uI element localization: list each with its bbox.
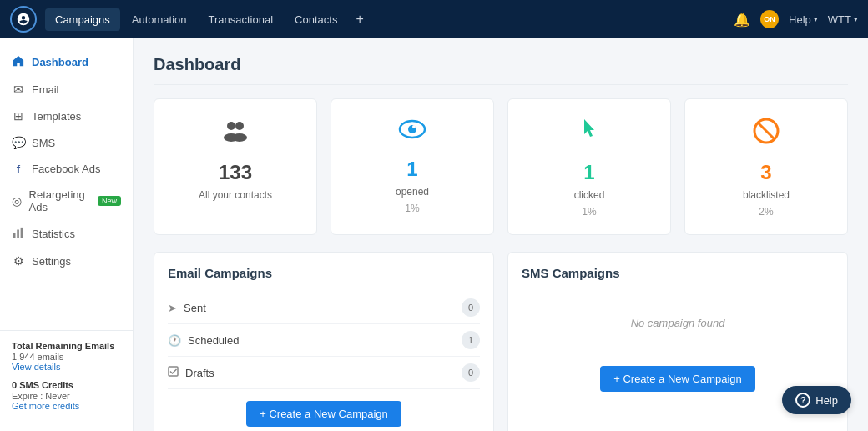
stat-card-contacts: 133 All your contacts — [154, 98, 317, 235]
scheduled-icon: 🕐 — [168, 334, 181, 347]
scheduled-count: 1 — [462, 331, 480, 349]
help-circle-icon: ? — [795, 393, 810, 408]
nav-campaigns[interactable]: Campaigns — [45, 8, 120, 31]
contacts-icon — [220, 116, 250, 153]
remaining-emails-value: 1,944 emails — [12, 352, 121, 362]
drafts-count: 0 — [462, 363, 480, 382]
drafts-label: Drafts — [185, 367, 455, 379]
opened-count: 1 — [406, 158, 417, 181]
help-float-button[interactable]: ? Help — [782, 386, 851, 414]
stat-card-opened: 1 opened 1% — [331, 98, 494, 235]
top-nav-right: 🔔 ON Help ▾ WTT ▾ — [734, 10, 858, 28]
svg-point-3 — [227, 122, 235, 130]
svg-rect-0 — [13, 233, 16, 238]
email-campaigns-card: Email Campaigns ➤ Sent 0 🕐 Scheduled 1 — [154, 252, 494, 431]
email-create-container: + Create a New Campaign — [168, 389, 480, 427]
brand-logo[interactable] — [10, 6, 37, 33]
sidebar: Dashboard ✉ Email ⊞ Templates 💬 SMS f Fa… — [0, 38, 134, 431]
new-badge: New — [98, 196, 121, 206]
nav-add-button[interactable]: + — [349, 7, 370, 32]
sidebar-item-sms[interactable]: 💬 SMS — [0, 129, 133, 156]
sidebar-item-email[interactable]: ✉ Email — [0, 76, 133, 103]
click-icon — [576, 116, 603, 153]
statistics-icon — [12, 227, 25, 241]
nav-transactional[interactable]: Transactional — [199, 8, 284, 31]
sidebar-bottom: Total Remaining Emails 1,944 emails View… — [0, 330, 133, 421]
nav-items: Campaigns Automation Transactional Conta… — [45, 7, 734, 32]
sidebar-item-retargeting-ads[interactable]: ◎ Retargeting Ads New — [0, 182, 133, 220]
email-icon: ✉ — [12, 83, 25, 96]
sent-count: 0 — [462, 298, 480, 317]
drafts-icon — [168, 366, 179, 379]
blacklisted-count: 3 — [760, 161, 771, 184]
sidebar-item-dashboard[interactable]: Dashboard — [0, 48, 133, 76]
home-icon — [12, 55, 25, 69]
campaigns-row: Email Campaigns ➤ Sent 0 🕐 Scheduled 1 — [154, 252, 848, 431]
clicked-count: 1 — [583, 161, 594, 184]
stat-card-blacklisted: 3 blacklisted 2% — [684, 98, 848, 235]
contacts-label: All your contacts — [199, 189, 272, 201]
help-menu[interactable]: Help ▾ — [789, 13, 818, 26]
sms-icon: 💬 — [12, 136, 25, 149]
svg-rect-2 — [21, 228, 23, 238]
opened-sub: 1% — [405, 203, 419, 214]
templates-icon: ⊞ — [12, 109, 25, 123]
notification-bell-icon[interactable]: 🔔 — [734, 12, 750, 28]
sidebar-item-settings[interactable]: ⚙ Settings — [0, 248, 133, 274]
sidebar-item-facebook-ads[interactable]: f Facebook Ads — [0, 156, 133, 182]
settings-icon: ⚙ — [12, 254, 25, 268]
sms-credits-label: 0 SMS Credits — [12, 380, 121, 390]
svg-point-9 — [412, 125, 416, 128]
opened-label: opened — [396, 186, 429, 198]
view-details-link[interactable]: View details — [12, 362, 61, 372]
sent-label: Sent — [184, 302, 455, 314]
user-avatar[interactable]: ON — [760, 10, 779, 28]
svg-rect-1 — [17, 230, 19, 238]
email-sent-row: ➤ Sent 0 — [168, 292, 480, 324]
sms-credits-section: 0 SMS Credits Expire : Never Get more cr… — [12, 380, 121, 411]
top-navigation: Campaigns Automation Transactional Conta… — [0, 0, 868, 38]
main-content: Dashboard 133 All your contacts — [134, 38, 868, 431]
svg-point-6 — [232, 133, 247, 142]
nav-automation[interactable]: Automation — [122, 8, 197, 31]
blacklisted-label: blacklisted — [743, 189, 790, 201]
email-campaigns-title: Email Campaigns — [168, 266, 480, 280]
clicked-sub: 1% — [582, 206, 596, 218]
clicked-label: clicked — [574, 189, 605, 201]
workspace-menu[interactable]: WTT ▾ — [828, 13, 858, 26]
stats-row: 133 All your contacts 1 opened 1% — [154, 98, 848, 235]
scheduled-label: Scheduled — [188, 334, 455, 347]
svg-rect-12 — [169, 367, 178, 376]
sms-campaigns-title: SMS Campaigns — [522, 266, 834, 280]
contacts-count: 133 — [219, 161, 252, 184]
email-scheduled-row: 🕐 Scheduled 1 — [168, 324, 480, 357]
facebook-icon: f — [12, 163, 25, 175]
svg-line-11 — [758, 123, 775, 139]
email-drafts-row: Drafts 0 — [168, 357, 480, 389]
page-title: Dashboard — [154, 55, 848, 85]
create-email-campaign-button[interactable]: + Create a New Campaign — [246, 401, 401, 427]
svg-point-4 — [235, 122, 244, 130]
stat-card-clicked: 1 clicked 1% — [507, 98, 671, 235]
remaining-emails-label: Total Remaining Emails — [12, 341, 121, 351]
create-sms-campaign-button[interactable]: + Create a New Campaign — [600, 366, 755, 392]
blacklisted-sub: 2% — [759, 206, 773, 218]
get-more-credits-link[interactable]: Get more credits — [12, 401, 79, 411]
main-layout: Dashboard ✉ Email ⊞ Templates 💬 SMS f Fa… — [0, 38, 868, 431]
retargeting-icon: ◎ — [12, 194, 23, 208]
nav-contacts[interactable]: Contacts — [285, 8, 347, 31]
no-campaign-text: No campaign found — [631, 292, 725, 354]
sms-expire-label: Expire : Never — [12, 391, 121, 401]
sidebar-item-statistics[interactable]: Statistics — [0, 220, 133, 248]
block-icon — [751, 116, 781, 153]
sms-campaigns-empty: No campaign found + Create a New Campaig… — [522, 292, 834, 392]
sidebar-item-templates[interactable]: ⊞ Templates — [0, 103, 133, 129]
eye-icon — [397, 116, 427, 149]
sent-icon: ➤ — [168, 302, 177, 314]
